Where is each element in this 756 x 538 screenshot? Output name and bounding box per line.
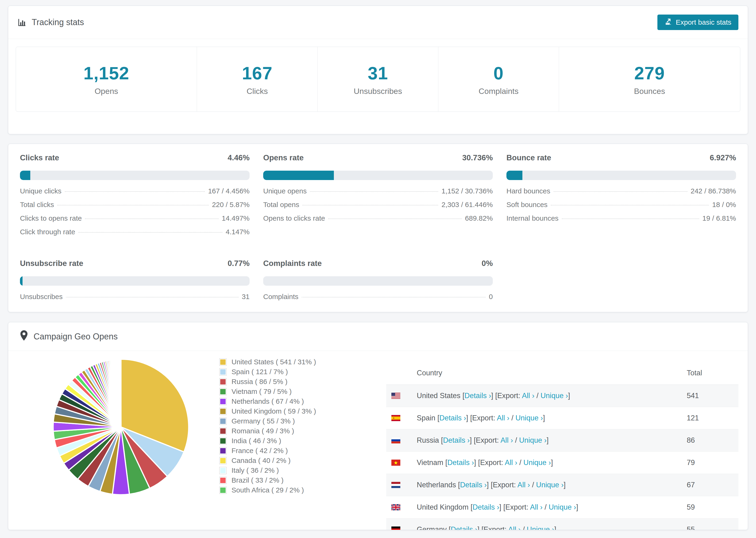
geo-title-text: Campaign Geo Opens — [33, 332, 118, 342]
export-all-link[interactable]: All › — [522, 392, 534, 400]
table-row-us: United States [Details ›] [Export: All ›… — [386, 385, 738, 407]
details-link[interactable]: Details › — [451, 525, 477, 530]
summary-stat-label: Unsubscribes — [354, 86, 402, 96]
geo-country-table: Country Total United States [Details ›] … — [386, 361, 738, 530]
legend-color-swatch — [220, 477, 226, 484]
export-all-link[interactable]: All › — [530, 503, 542, 511]
summary-stat-cell: 167 Clicks — [197, 47, 318, 112]
rate-detail-value: 14.497% — [222, 214, 249, 222]
country-cell: Netherlands [Details ›] [Export: All › /… — [417, 481, 682, 489]
rate-title: Clicks rate — [20, 153, 59, 162]
export-all-link[interactable]: All › — [505, 458, 517, 467]
export-unique-link[interactable]: Unique › — [536, 481, 564, 489]
tracking-stats-card: Tracking stats Export basic stats 1,152 … — [8, 6, 748, 134]
legend-color-swatch — [220, 398, 226, 405]
export-basic-stats-button[interactable]: Export basic stats — [657, 15, 738, 30]
total-cell: 59 — [682, 503, 738, 511]
legend-label: South Africa ( 29 / 2% ) — [232, 486, 304, 494]
dotted-leader — [79, 232, 222, 233]
vn-flag-icon — [391, 459, 417, 466]
country-cell: Country — [417, 369, 682, 377]
export-all-link[interactable]: All › — [497, 414, 509, 422]
dotted-leader — [302, 205, 438, 205]
rate-percent: 0% — [482, 259, 493, 268]
legend-label: Romania ( 49 / 3% ) — [232, 427, 294, 435]
rate-progress-bar — [263, 171, 493, 180]
summary-stat-cell: 279 Bounces — [559, 47, 740, 112]
rate-detail-label: Complaints — [263, 293, 298, 301]
legend-label: Netherlands ( 67 / 4% ) — [232, 398, 304, 405]
rate-detail-value: 1,152 / 30.736% — [441, 187, 493, 195]
table-row-de: Germany [Details ›] [Export: All › / Uni… — [386, 518, 738, 530]
rates-grid: Clicks rate 4.46% Unique clicks 167 / 4.… — [20, 153, 736, 306]
rate-detail-row: Unique opens 1,152 / 30.736% — [263, 187, 493, 201]
rate-block: Complaints rate 0% Complaints 0 — [263, 259, 493, 306]
legend-item: South Africa ( 29 / 2% ) — [220, 485, 370, 495]
legend-color-swatch — [220, 408, 226, 415]
rate-detail-value: 242 / 86.738% — [691, 187, 736, 195]
legend-label: India ( 46 / 3% ) — [232, 437, 281, 445]
rate-detail-row: Total opens 2,303 / 61.446% — [263, 201, 493, 214]
export-icon — [665, 18, 672, 27]
table-row-gb: United Kingdom [Details ›] [Export: All … — [386, 496, 738, 518]
legend-color-swatch — [220, 418, 226, 425]
summary-stat-cell: 0 Complaints — [438, 47, 559, 112]
rate-detail-row: Click through rate 4.147% — [20, 228, 249, 242]
table-row-vn: Vietnam [Details ›] [Export: All › / Uni… — [386, 452, 738, 474]
export-unique-link[interactable]: Unique › — [540, 392, 568, 400]
rate-title: Complaints rate — [263, 259, 322, 268]
dotted-leader — [328, 219, 461, 219]
rate-detail-row: Unsubscribes 31 — [20, 293, 249, 306]
legend-item: India ( 46 / 3% ) — [220, 436, 370, 446]
rate-detail-row: Hard bounces 242 / 86.738% — [507, 187, 736, 201]
export-unique-link[interactable]: Unique › — [527, 525, 554, 530]
legend-color-swatch — [220, 359, 226, 365]
legend-color-swatch — [220, 368, 226, 375]
details-link[interactable]: Details › — [464, 392, 491, 400]
es-flag-icon — [391, 415, 417, 421]
table-row-ru: Russia [Details ›] [Export: All › / Uniq… — [386, 429, 738, 452]
tracking-stats-header: Tracking stats Export basic stats — [8, 6, 748, 39]
legend-label: Spain ( 121 / 7% ) — [232, 368, 288, 376]
summary-stats-box: 1,152 Opens 167 Clicks 31 Unsubscribes 0… — [16, 47, 740, 112]
rate-progress-bar — [507, 171, 736, 180]
legend-item: Italy ( 36 / 2% ) — [220, 465, 370, 475]
total-cell: 67 — [682, 481, 738, 489]
rate-detail-label: Total clicks — [20, 201, 54, 209]
details-link[interactable]: Details › — [440, 414, 466, 422]
rate-detail-value: 19 / 6.81% — [702, 214, 736, 222]
export-unique-link[interactable]: Unique › — [515, 414, 543, 422]
export-all-link[interactable]: All › — [508, 525, 520, 530]
details-link[interactable]: Details › — [473, 503, 499, 511]
export-unique-link[interactable]: Unique › — [549, 503, 576, 511]
rate-detail-label: Clicks to opens rate — [20, 214, 82, 222]
rate-detail-label: Soft bounces — [507, 201, 548, 209]
legend-label: Germany ( 55 / 3% ) — [232, 417, 295, 425]
rate-progress-bar — [20, 276, 249, 286]
legend-label: Russia ( 86 / 5% ) — [232, 378, 287, 386]
rate-detail-label: Total opens — [263, 201, 299, 209]
details-link[interactable]: Details › — [460, 481, 487, 489]
country-cell: United States [Details ›] [Export: All ›… — [417, 392, 682, 400]
geo-header: Campaign Geo Opens — [8, 322, 748, 351]
summary-stat-value: 31 — [368, 63, 388, 83]
details-link[interactable]: Details › — [447, 458, 474, 467]
summary-stat-label: Complaints — [478, 86, 518, 96]
summary-stat-label: Clicks — [246, 86, 268, 96]
summary-stat-value: 167 — [242, 63, 273, 83]
details-link[interactable]: Details › — [443, 436, 470, 444]
geo-pie-chart — [20, 351, 194, 530]
legend-color-swatch — [220, 438, 226, 444]
dotted-leader — [85, 219, 218, 219]
legend-color-swatch — [220, 378, 226, 385]
total-cell: 79 — [682, 458, 738, 467]
rate-detail-label: Opens to clicks rate — [263, 214, 325, 222]
export-unique-link[interactable]: Unique › — [519, 436, 547, 444]
rate-progress-bar — [263, 276, 493, 286]
rate-detail-rows: Unsubscribes 31 — [20, 293, 249, 306]
export-all-link[interactable]: All › — [517, 481, 530, 489]
legend-label: Canada ( 40 / 2% ) — [232, 457, 291, 464]
export-unique-link[interactable]: Unique › — [523, 458, 551, 467]
ru-flag-icon — [391, 437, 417, 443]
export-all-link[interactable]: All › — [501, 436, 513, 444]
